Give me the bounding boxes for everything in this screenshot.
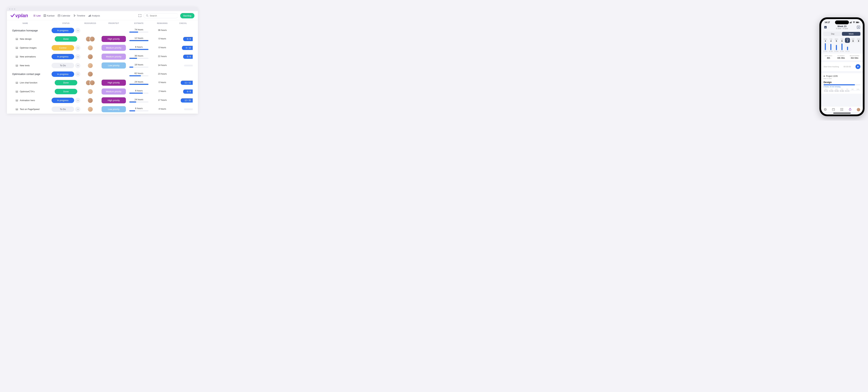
estimate-cell: 24 hours bbox=[127, 80, 151, 85]
status-pill[interactable]: Done bbox=[55, 80, 77, 85]
checklist-pill[interactable] bbox=[184, 108, 193, 110]
stopwatch-icon[interactable] bbox=[848, 108, 852, 111]
avatar[interactable] bbox=[89, 36, 95, 42]
checklist-pill[interactable]: 12 / 20 bbox=[181, 98, 193, 102]
svg-rect-30 bbox=[16, 91, 18, 91]
inbox-icon[interactable] bbox=[824, 25, 827, 29]
status-advance-button[interactable]: → bbox=[75, 45, 81, 51]
profile-avatar[interactable] bbox=[857, 108, 860, 111]
estimate-bar bbox=[129, 93, 148, 94]
day-col[interactable]: MON3 bbox=[823, 38, 828, 43]
status-pill[interactable]: In progress bbox=[52, 54, 74, 59]
status-pill[interactable]: Done bbox=[55, 89, 77, 94]
status-pill[interactable]: In progress bbox=[52, 28, 74, 33]
avatar[interactable] bbox=[88, 63, 93, 68]
table-row[interactable]: Animation heroIn progress→High priority2… bbox=[7, 96, 198, 105]
avatar[interactable] bbox=[88, 71, 93, 77]
col-resources: RESOURCES bbox=[80, 22, 101, 24]
table-row[interactable]: Optimise imagesControl→Medium priority8 … bbox=[7, 43, 198, 52]
play-button[interactable] bbox=[856, 64, 860, 69]
summary-row: AVAILABLE40h PLANNED34h 30m REGISTERED31… bbox=[821, 54, 863, 60]
table-row[interactable]: Test on PageSpeedTo Do→Low priority6 hou… bbox=[7, 105, 198, 113]
remaining-cell: 23 hours bbox=[151, 72, 174, 76]
table-row[interactable]: New animationsIn progress→Medium priorit… bbox=[7, 52, 198, 61]
status-advance-button[interactable]: → bbox=[75, 71, 81, 77]
priority-pill[interactable]: Low priority bbox=[101, 62, 126, 68]
priority-pill[interactable]: Medium priority bbox=[101, 45, 126, 51]
svg-rect-38 bbox=[851, 22, 851, 23]
tab-calendar[interactable]: Calendar bbox=[58, 14, 70, 17]
estimate-value: 8 hours bbox=[127, 45, 151, 48]
checklist-pill[interactable]: 5 / 8 bbox=[183, 55, 193, 59]
status-pill[interactable]: In progress bbox=[52, 71, 74, 77]
resources-cell bbox=[80, 36, 101, 42]
checklist-pill[interactable]: 8 / 8 bbox=[183, 90, 193, 94]
priority-pill[interactable]: Medium priority bbox=[101, 54, 126, 60]
priority-pill[interactable]: High priority bbox=[101, 97, 126, 103]
tab-list[interactable]: List bbox=[33, 14, 40, 17]
table-row[interactable]: New designDoneHigh priority12 hours0 hou… bbox=[7, 34, 198, 43]
table-row[interactable]: Live chat functionDoneHigh priority24 ho… bbox=[7, 78, 198, 87]
table-row[interactable]: Optimisation homepageIn progress→74 hour… bbox=[7, 26, 198, 34]
checklist-pill[interactable]: 8 / 10 bbox=[182, 46, 193, 50]
priority-pill[interactable]: Medium priority bbox=[101, 89, 126, 95]
day-week-toggle[interactable]: Day Week bbox=[823, 32, 861, 36]
seg-day[interactable]: Day bbox=[824, 32, 842, 36]
avatar[interactable] bbox=[88, 54, 93, 60]
day-col[interactable]: THU6 bbox=[840, 38, 844, 43]
estimate-value: 62 hours bbox=[127, 72, 151, 74]
globe-icon[interactable] bbox=[824, 108, 827, 111]
check-swoosh-icon bbox=[10, 13, 15, 18]
estimate-value: 12 hours bbox=[127, 37, 151, 39]
status-advance-button[interactable]: → bbox=[75, 54, 81, 59]
add-icon[interactable] bbox=[857, 25, 860, 29]
avatar[interactable] bbox=[89, 80, 95, 86]
checklist-pill[interactable] bbox=[184, 65, 193, 66]
remaining-value: 0 hours bbox=[151, 81, 174, 84]
backlog-button[interactable]: Backlog bbox=[180, 13, 194, 19]
estimate-value: 24 hours bbox=[127, 80, 151, 83]
day-col[interactable]: TUE4 bbox=[829, 38, 833, 43]
svg-rect-43 bbox=[824, 26, 827, 28]
status-advance-button[interactable]: → bbox=[75, 98, 81, 103]
kanban-icon bbox=[43, 14, 46, 17]
table-row[interactable]: Optimisation contact pageIn progress→62 … bbox=[7, 70, 198, 78]
avatar[interactable] bbox=[88, 89, 93, 94]
day-col[interactable]: WED5 bbox=[834, 38, 839, 43]
seg-week[interactable]: Week bbox=[842, 32, 860, 36]
mini-day: SUN bbox=[855, 89, 860, 92]
avatar[interactable] bbox=[88, 45, 93, 51]
avatar[interactable] bbox=[88, 98, 93, 103]
card-icon bbox=[16, 99, 18, 101]
day-col[interactable]: SUN9 bbox=[856, 38, 861, 43]
avatar[interactable] bbox=[88, 106, 93, 112]
resources-cell bbox=[80, 45, 101, 51]
checklist-pill[interactable]: 11 / 11 bbox=[181, 80, 193, 85]
tab-kanban[interactable]: Kanban bbox=[43, 14, 55, 17]
project-card[interactable]: Project 1035 Mon 3 June Design 2 hours, … bbox=[821, 73, 863, 94]
priority-pill[interactable]: Low priority bbox=[101, 106, 126, 112]
day-col[interactable]: SAT8 bbox=[850, 38, 856, 43]
status-advance-button[interactable]: → bbox=[75, 28, 81, 33]
status-advance-button[interactable]: → bbox=[75, 63, 81, 68]
search-box[interactable] bbox=[144, 13, 178, 18]
table-row[interactable]: OptimiseCTA'sDoneMedium priority8 hours2… bbox=[7, 87, 198, 96]
table-row[interactable]: New textsTo Do→Low priority18 hours14 ho… bbox=[7, 61, 198, 70]
checklist-pill[interactable]: 8 / 8 bbox=[183, 37, 193, 41]
search-input[interactable] bbox=[150, 14, 179, 17]
status-pill[interactable]: Done bbox=[55, 36, 77, 42]
tab-timeline[interactable]: Timeline bbox=[73, 14, 85, 17]
tab-label: List bbox=[36, 14, 40, 17]
status-pill[interactable]: To Do bbox=[52, 63, 74, 68]
status-advance-button[interactable]: → bbox=[75, 107, 81, 112]
status-pill[interactable]: Control bbox=[52, 45, 74, 51]
tab-analysis[interactable]: Analysis bbox=[88, 14, 100, 17]
grid-icon[interactable] bbox=[840, 108, 843, 111]
priority-pill[interactable]: High priority bbox=[101, 36, 126, 42]
priority-pill[interactable]: High priority bbox=[101, 79, 126, 86]
status-pill[interactable]: To Do bbox=[52, 106, 74, 112]
status-pill[interactable]: In progress bbox=[52, 98, 74, 103]
day-col[interactable]: FRI7 bbox=[845, 38, 850, 43]
calendar-icon[interactable] bbox=[832, 108, 835, 111]
fullscreen-icon[interactable] bbox=[138, 14, 141, 17]
